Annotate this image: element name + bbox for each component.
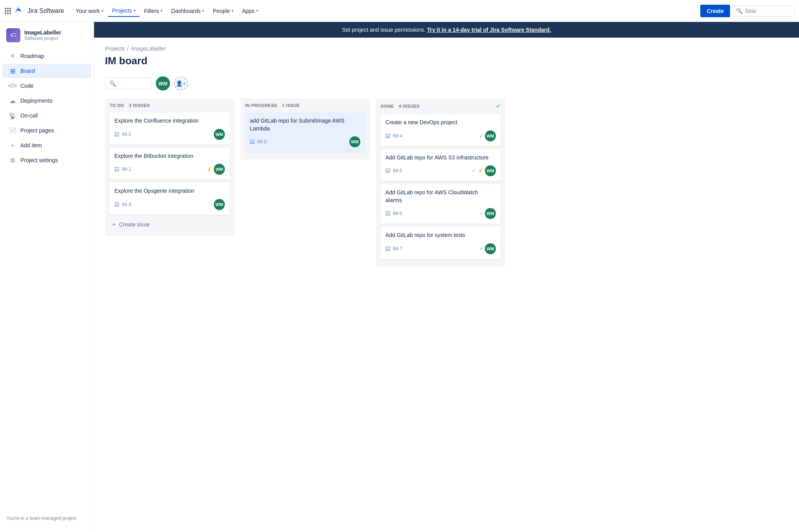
column-count: 1 ISSUE: [282, 103, 300, 108]
sidebar-item-oncall[interactable]: 📡 On-call: [2, 109, 91, 123]
card-id: IM-6: [393, 211, 402, 216]
add-assignee-button[interactable]: 👤+: [174, 76, 188, 90]
nav-people[interactable]: People ▾: [209, 5, 237, 16]
card-title: add GitLab repo for SubmitImage AWS Lamb…: [250, 117, 360, 132]
card-footer: ☑IM-3WM: [114, 199, 225, 210]
check-icon: ✓: [472, 168, 476, 174]
project-avatar-icon: 🏷: [10, 32, 16, 39]
search-icon: 🔍: [109, 80, 116, 87]
card-meta: ☑IM-1: [114, 166, 131, 172]
main-content: Set project and issue permissions. Try i…: [94, 22, 799, 532]
card-meta: ☑IM-4: [385, 133, 402, 139]
board-card[interactable]: Add GitLab repo for AWS CloudWatch alarm…: [381, 184, 501, 224]
card-icons: WM: [349, 136, 360, 147]
card-title: Explore the Bitbucket integration: [114, 152, 225, 160]
card-title: Add GitLab repo for AWS S3 infrastructur…: [385, 154, 496, 162]
card-title: Explore the Confluence integration: [114, 117, 225, 125]
board-card[interactable]: Explore the Opsgenie integration☑IM-3WM: [110, 183, 230, 215]
card-icons: ⚡WM: [206, 164, 225, 175]
breadcrumb-separator: /: [127, 45, 129, 52]
board-toolbar: 🔍 WM 👤+: [94, 70, 799, 95]
column-done-icon: ✓: [496, 103, 501, 109]
oncall-icon: 📡: [9, 112, 16, 119]
global-search[interactable]: 🔍 Sear: [732, 5, 794, 16]
card-avatar: WM: [349, 136, 360, 147]
board-card[interactable]: Explore the Confluence integration☑IM-2W…: [110, 112, 230, 145]
card-checkbox-icon: ☑: [385, 246, 390, 252]
create-issue-button[interactable]: ＋Create issue: [110, 218, 230, 231]
breadcrumb-projects[interactable]: Projects: [105, 45, 125, 52]
sidebar-item-board[interactable]: ⊞ Board: [2, 64, 91, 78]
nav-your-work[interactable]: Your work ▾: [72, 5, 107, 16]
link-icon: ⚡: [206, 166, 212, 172]
card-id: IM-2: [122, 132, 131, 137]
card-icons: WM: [214, 199, 225, 210]
card-avatar: WM: [214, 164, 225, 175]
create-button[interactable]: Create: [700, 5, 730, 17]
sidebar-item-label: Project pages: [20, 127, 54, 134]
sidebar-item-deployments[interactable]: ☁ Deployments: [2, 94, 91, 108]
card-id: IM-8: [257, 139, 267, 145]
board-card[interactable]: Add GitLab repo for system tests☑IM-7✓WM: [381, 227, 501, 259]
nav-filters[interactable]: Filters ▾: [140, 5, 166, 16]
board-card[interactable]: Create a new DevOps project☑IM-4✓WM: [381, 114, 501, 146]
top-navigation: Jira Software Your work ▾ Projects ▾ Fil…: [0, 0, 799, 22]
board-icon: ⊞: [9, 67, 16, 75]
card-footer: ☑IM-4✓WM: [385, 130, 496, 141]
card-id: IM-3: [122, 202, 131, 207]
column-header: DONE4 ISSUES✓: [381, 103, 501, 109]
board-column-1: IN PROGRESS1 ISSUEadd GitLab repo for Su…: [240, 98, 370, 160]
chevron-down-icon: ▾: [231, 9, 233, 13]
column-title: DONE: [381, 104, 394, 109]
logo[interactable]: Jira Software: [13, 5, 64, 17]
card-title: Explore the Opsgenie integration: [114, 187, 225, 195]
card-title: Add GitLab repo for AWS CloudWatch alarm…: [385, 189, 496, 204]
sidebar-item-label: Code: [20, 83, 33, 89]
card-icons: ✓WM: [479, 208, 496, 219]
board-search-box[interactable]: 🔍: [105, 78, 152, 89]
sidebar-item-label: Deployments: [20, 98, 52, 104]
card-checkbox-icon: ☑: [385, 133, 390, 139]
chevron-down-icon: ▾: [161, 9, 163, 13]
nav-dashboards[interactable]: Dashboards ▾: [167, 5, 208, 16]
card-footer: ☑IM-2WM: [114, 129, 225, 140]
nav-menu: Your work ▾ Projects ▾ Filters ▾ Dashboa…: [72, 5, 699, 17]
column-title: TO DO: [110, 103, 124, 108]
board-search-input[interactable]: [118, 80, 150, 87]
sidebar-item-project-settings[interactable]: ⚙ Project settings: [2, 153, 91, 167]
breadcrumb: Projects / ImageLabeller: [105, 45, 788, 52]
chevron-down-icon: ▾: [101, 9, 103, 13]
app-switcher-icon[interactable]: [5, 8, 11, 14]
sidebar-item-label: On-call: [20, 112, 38, 119]
card-avatar: WM: [485, 130, 496, 141]
nav-projects[interactable]: Projects ▾: [108, 5, 139, 17]
link-icon: ⚡: [477, 168, 483, 174]
board-card[interactable]: Explore the Bitbucket integration☑IM-1⚡W…: [110, 148, 230, 180]
sidebar-item-add-item[interactable]: ＋ Add item: [2, 138, 91, 152]
board-card[interactable]: add GitLab repo for SubmitImage AWS Lamb…: [245, 112, 365, 152]
page-header: Projects / ImageLabeller IM board: [94, 38, 799, 70]
chevron-down-icon: ▾: [202, 9, 204, 13]
board-column-2: DONE4 ISSUES✓Create a new DevOps project…: [376, 98, 505, 267]
sidebar-item-code[interactable]: </> Code: [2, 79, 91, 93]
card-footer: ☑IM-7✓WM: [385, 243, 496, 254]
card-id: IM-1: [122, 166, 131, 172]
card-id: IM-7: [393, 246, 402, 252]
trial-link[interactable]: Try it in a 14-day trial of Jira Softwar…: [427, 27, 551, 33]
user-avatar-wm[interactable]: WM: [156, 76, 170, 90]
sidebar-item-roadmap[interactable]: ≡ Roadmap: [2, 49, 91, 63]
card-checkbox-icon: ☑: [114, 201, 119, 208]
check-icon: ✓: [479, 133, 483, 139]
board-card[interactable]: Add GitLab repo for AWS S3 infrastructur…: [381, 149, 501, 181]
add-icon: ＋: [9, 141, 16, 149]
project-header: 🏷 ImageLabeller Software project: [0, 28, 94, 49]
sidebar-item-label: Project settings: [20, 157, 58, 163]
card-meta: ☑IM-7: [385, 246, 402, 252]
card-footer: ☑IM-8WM: [250, 136, 360, 147]
topnav-right: 🔍 Sear: [732, 5, 794, 16]
card-id: IM-4: [393, 133, 402, 139]
card-checkbox-icon: ☑: [385, 210, 390, 217]
nav-apps[interactable]: Apps ▾: [238, 5, 262, 16]
sidebar-item-project-pages[interactable]: 📄 Project pages: [2, 123, 91, 138]
card-footer: ☑IM-1⚡WM: [114, 164, 225, 175]
